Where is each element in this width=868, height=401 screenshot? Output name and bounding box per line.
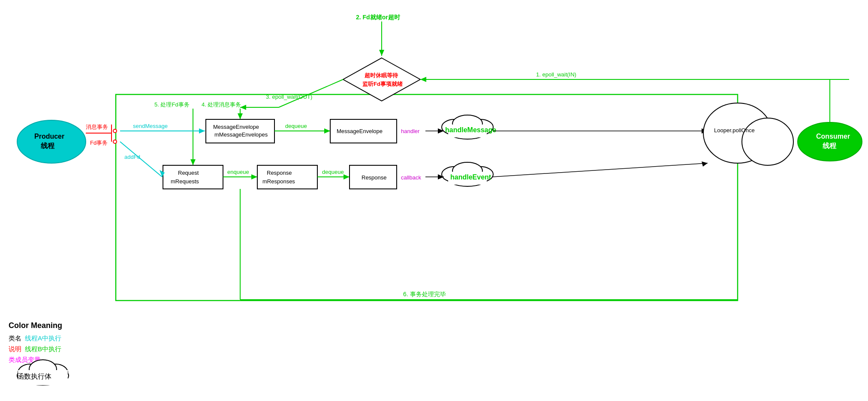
handle-message-label: handleMessage (445, 126, 496, 134)
send-message-label: sendMessage (133, 123, 168, 129)
svg-point-42 (742, 118, 793, 165)
step2-label: 2. Fd就绪or超时 (356, 14, 401, 21)
diamond-label2: 监听Fd事项就绪 (362, 81, 403, 87)
msg-task-label: 消息事务 (86, 124, 108, 130)
step5-label: 5. 处理Fd事务 (154, 101, 190, 108)
svg-point-43 (798, 122, 862, 161)
svg-marker-8 (238, 113, 243, 119)
svg-marker-27 (344, 174, 350, 179)
enqueue-label: enqueue (227, 169, 249, 175)
response-queue-label1: Response (267, 170, 292, 176)
handler-label: handler (401, 128, 420, 134)
cloud-svg: 函数执行体 (9, 356, 77, 386)
svg-rect-22 (163, 165, 223, 189)
svg-marker-47 (420, 77, 426, 82)
legend-class-name: 类名 (9, 334, 21, 343)
legend-thread-b: 线程B中执行 (25, 345, 61, 353)
callback-label: callback (401, 174, 421, 181)
dequeue2-label: dequeue (322, 169, 344, 175)
svg-line-60 (492, 163, 708, 177)
cloud-legend: 函数执行体 (9, 356, 77, 388)
msg-env-label: MessageEnvelope (337, 128, 383, 134)
svg-rect-25 (257, 165, 317, 189)
request-label2: mRequests (171, 178, 199, 185)
step3-label: 3. epoll_wait(OUT) (266, 94, 312, 100)
consumer-label1: Consumer (816, 133, 850, 140)
legend-note: 说明 (9, 345, 21, 353)
step1-label: 1. epoll_wait(IN) (536, 71, 576, 78)
svg-marker-24 (251, 174, 257, 179)
legend-title: Color Meaning (9, 321, 62, 330)
msg-env-queue-label2: mMessageEnvelopes (214, 131, 268, 138)
svg-marker-2 (379, 50, 384, 56)
svg-marker-11 (324, 128, 330, 134)
svg-marker-61 (702, 161, 708, 167)
svg-marker-57 (199, 128, 205, 134)
legend-thread-a: 线程A中执行 (25, 334, 61, 343)
handle-event-label: handleEvent (450, 173, 491, 181)
svg-point-54 (113, 129, 117, 133)
diagram-container: 2. Fd就绪or超时 超时休眠等待 监听Fd事项就绪 3. epoll_wai… (0, 0, 868, 401)
producer-label2: 线程 (40, 142, 55, 149)
svg-point-55 (113, 140, 117, 143)
cloud-legend-label: 函数执行体 (17, 373, 51, 380)
response-queue-label2: mResponses (262, 178, 295, 185)
main-diagram: 2. Fd就绪or超时 超时休眠等待 监听Fd事项就绪 3. epoll_wai… (0, 0, 868, 401)
response-label: Response (362, 174, 387, 181)
add-fd-label: addFd (124, 154, 140, 160)
diamond-label1: 超时休眠等待 (365, 72, 398, 79)
dequeue1-label: dequeue (285, 123, 307, 129)
msg-env-queue-label1: MessageEnvelope (213, 124, 259, 130)
consumer-label2: 线程 (822, 142, 837, 149)
producer-label1: Producer (34, 133, 64, 140)
request-label1: Request (178, 170, 199, 176)
svg-marker-21 (190, 159, 196, 165)
step4-label: 4. 处理消息事务 (202, 101, 241, 108)
step6-label: 6. 事务处理完毕 (403, 291, 446, 298)
fd-task-label: Fd事务 (90, 140, 108, 146)
svg-point-50 (17, 120, 86, 163)
looper-label: Looper.pollOnce (714, 127, 755, 134)
